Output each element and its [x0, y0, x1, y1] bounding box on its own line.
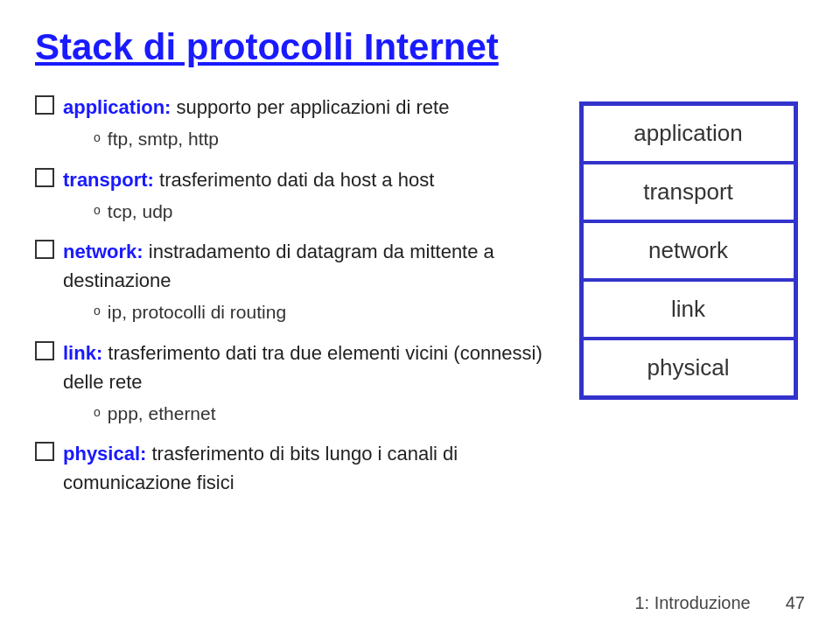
sub-item: o ppp, ethernet — [94, 400, 571, 428]
checkbox-transport — [35, 168, 54, 187]
checkbox-physical — [35, 442, 54, 461]
sub-items-application: o ftp, smtp, http — [94, 125, 571, 153]
list-item-application: application: supporto per applicazioni d… — [35, 93, 571, 157]
sub-items-link: o ppp, ethernet — [94, 400, 571, 428]
stack-layer-physical: physical — [582, 339, 795, 397]
sub-item: o ftp, smtp, http — [94, 125, 571, 153]
sub-item: o tcp, udp — [94, 198, 571, 226]
desc-application: supporto per applicazioni di rete — [177, 96, 450, 118]
desc-transport: trasferimento dati da host a host — [159, 169, 434, 191]
label-application: application: — [63, 96, 171, 118]
slide: Stack di protocolli Internet application… — [0, 0, 840, 629]
sub-items-transport: o tcp, udp — [94, 198, 571, 226]
item-text-network: network: instradamento di datagram da mi… — [63, 237, 571, 330]
sub-bullet: o — [94, 201, 101, 220]
sub-text: ftp, smtp, http — [108, 125, 219, 153]
desc-link: trasferimento dati tra due elementi vici… — [63, 342, 542, 393]
item-text-link: link: trasferimento dati tra due element… — [63, 339, 571, 431]
stack-layer-application: application — [582, 104, 795, 163]
label-network: network: — [63, 241, 144, 262]
stack-layer-transport: transport — [582, 163, 795, 221]
sub-text: tcp, udp — [108, 198, 173, 226]
sub-text: ppp, ethernet — [108, 400, 216, 428]
footer: 1: Introduzione 47 — [634, 593, 805, 613]
content-area: application: supporto per applicazioni d… — [35, 93, 805, 506]
list-item-physical: physical: trasferimento di bits lungo i … — [35, 439, 571, 497]
left-panel: application: supporto per applicazioni d… — [35, 93, 571, 506]
sub-bullet: o — [94, 403, 101, 422]
item-text-application: application: supporto per applicazioni d… — [63, 93, 571, 157]
checkbox-link — [35, 341, 54, 360]
sub-text: ip, protocolli di routing — [108, 298, 286, 326]
sub-bullet: o — [94, 129, 101, 147]
list-item-transport: transport: trasferimento dati da host a … — [35, 165, 571, 229]
item-text-physical: physical: trasferimento di bits lungo i … — [63, 439, 571, 497]
sub-items-network: o ip, protocolli di routing — [94, 298, 571, 326]
list-item-network: network: instradamento di datagram da mi… — [35, 237, 571, 330]
stack-layer-link: link — [582, 280, 795, 339]
stack-diagram: application transport network link physi… — [579, 101, 798, 400]
item-text-transport: transport: trasferimento dati da host a … — [63, 165, 571, 229]
stack-layer-network: network — [582, 221, 795, 280]
label-transport: transport: — [63, 169, 154, 191]
footer-label: 1: Introduzione — [634, 593, 750, 613]
slide-title: Stack di protocolli Internet — [35, 26, 805, 68]
checkbox-network — [35, 240, 54, 259]
label-link: link: — [63, 342, 102, 364]
sub-item: o ip, protocolli di routing — [94, 298, 571, 326]
right-panel: application transport network link physi… — [571, 101, 805, 400]
sub-bullet: o — [94, 302, 101, 320]
label-physical: physical: — [63, 443, 146, 465]
checkbox-application — [35, 95, 54, 115]
footer-page: 47 — [786, 593, 805, 613]
list-item-link: link: trasferimento dati tra due element… — [35, 339, 571, 431]
